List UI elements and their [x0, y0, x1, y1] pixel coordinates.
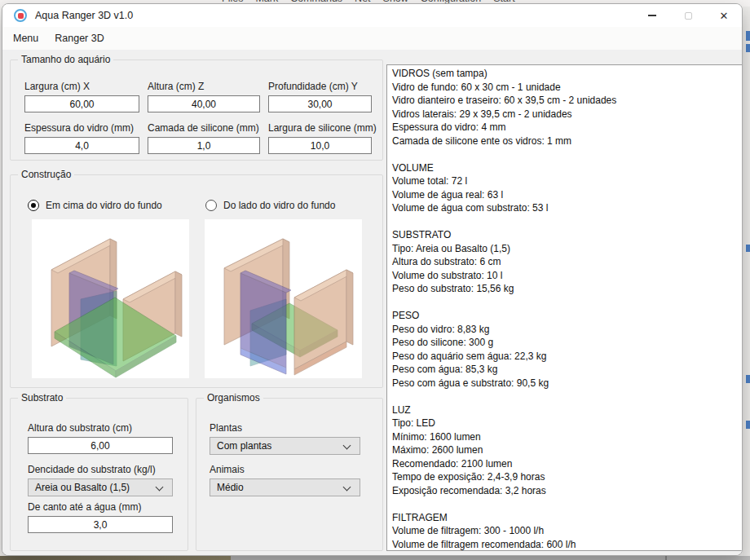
plantas-select[interactable]: Com plantas	[210, 437, 360, 455]
selected-value: Com plantas	[217, 440, 271, 452]
client-area: Tamanho do aquário Largura (cm) X 60,00 …	[2, 50, 742, 556]
field-altura-substrato: Altura do substrato (cm) 6,00	[28, 422, 173, 454]
close-icon: ✕	[720, 11, 729, 21]
selected-value: Areia ou Basalto (1,5)	[35, 482, 130, 493]
app-icon	[14, 9, 27, 22]
field-label: Altura do substrato (cm)	[28, 422, 173, 434]
field-label: Dencidade do substrato (kg/l)	[28, 464, 173, 475]
maximize-button[interactable]	[670, 4, 706, 27]
radio-label: Em cima do vidro do fundo	[46, 200, 162, 211]
field-densidade-substrato: Dencidade do substrato (kg/l) Areia ou B…	[28, 464, 173, 496]
field-profundidade: Profundidade (cm) Y 30,00	[268, 81, 372, 112]
group-title: Construção	[18, 169, 74, 181]
profundidade-input[interactable]: 30,00	[268, 95, 372, 112]
field-label: Espessura do vidro (mm)	[24, 122, 139, 134]
menu-item-ranger3d[interactable]: Ranger 3D	[46, 29, 112, 48]
report-panel: VIDROS (sem tampa) Vidro de fundo: 60 x …	[386, 64, 743, 551]
field-largura: Largura (cm) X 60,00	[24, 81, 139, 112]
titlebar: Aqua Ranger 3D v1.0 ✕	[2, 4, 742, 27]
field-canto-agua: De canto até a água (mm) 3,0	[28, 501, 173, 533]
field-altura: Altura (cm) Z 40,00	[148, 81, 260, 112]
altura-substrato-input[interactable]: 6,00	[28, 437, 173, 454]
largura-input[interactable]: 60,00	[24, 95, 139, 112]
group-construcao: Construção Em cima do vidro do fundo Do …	[10, 174, 383, 388]
group-title: Organismos	[204, 392, 263, 404]
field-label: Largura (cm) X	[24, 81, 139, 92]
menubar: Menu Ranger 3D	[2, 27, 742, 50]
group-title: Tamanho do aquário	[18, 54, 113, 66]
group-title: Substrato	[18, 392, 66, 404]
menu-item-menu[interactable]: Menu	[5, 29, 46, 48]
construction-on-top-image	[32, 219, 189, 378]
minimize-icon	[648, 15, 656, 16]
minimize-button[interactable]	[634, 4, 670, 27]
chevron-down-icon	[343, 442, 351, 450]
radio-do-lado-do-vidro[interactable]: Do lado do vidro do fundo	[205, 200, 335, 211]
radio-em-cima-do-vidro[interactable]: Em cima do vidro do fundo	[28, 200, 162, 211]
radio-label: Do lado do vidro do fundo	[223, 200, 335, 211]
radio-unselected-icon	[205, 200, 217, 211]
field-label: Largura de silicone (mm)	[268, 122, 372, 134]
field-label: Profundidade (cm) Y	[268, 81, 372, 92]
animais-select[interactable]: Médio	[210, 478, 360, 496]
aquarium-isometric-on-top	[32, 219, 189, 378]
field-label: Altura (cm) Z	[148, 81, 260, 92]
field-largura-silicone: Largura de silicone (mm) 10,0	[268, 122, 372, 154]
aquarium-isometric-on-side	[205, 219, 362, 378]
desktop-bottom-sliver	[0, 556, 750, 560]
field-label: De canto até a água (mm)	[28, 501, 173, 513]
field-animais: Animais Médio	[210, 464, 360, 496]
background-window-right-edge	[743, 7, 750, 556]
selected-value: Médio	[217, 482, 244, 493]
altura-input[interactable]: 40,00	[148, 95, 260, 112]
field-label: Plantas	[210, 422, 360, 434]
group-organismos: Organismos Plantas Com plantas Animais M…	[196, 398, 383, 551]
window-controls: ✕	[634, 4, 742, 27]
espessura-vidro-input[interactable]: 4,0	[24, 137, 139, 154]
field-label: Animais	[210, 464, 360, 475]
field-plantas: Plantas Com plantas	[210, 422, 360, 455]
field-camada-silicone: Camada de silicone (mm) 1,0	[148, 122, 260, 154]
window-title: Aqua Ranger 3D v1.0	[35, 10, 133, 21]
chevron-down-icon	[156, 483, 164, 492]
camada-silicone-input[interactable]: 1,0	[148, 137, 260, 154]
app-window: Aqua Ranger 3D v1.0 ✕ Menu Ranger 3D Tam…	[2, 3, 743, 556]
field-label: Camada de silicone (mm)	[148, 122, 260, 134]
densidade-substrato-select[interactable]: Areia ou Basalto (1,5)	[28, 478, 173, 496]
close-button[interactable]: ✕	[706, 4, 742, 27]
canto-agua-input[interactable]: 3,0	[28, 516, 173, 533]
radio-selected-icon	[28, 200, 39, 211]
field-espessura-vidro: Espessura do vidro (mm) 4,0	[24, 122, 139, 154]
maximize-icon	[685, 12, 692, 20]
group-substrato: Substrato Altura do substrato (cm) 6,00 …	[10, 398, 188, 551]
chevron-down-icon	[343, 483, 351, 492]
group-tamanho-do-aquario: Tamanho do aquário Largura (cm) X 60,00 …	[10, 60, 383, 161]
largura-silicone-input[interactable]: 10,0	[268, 137, 372, 154]
construction-on-side-image	[205, 219, 362, 378]
